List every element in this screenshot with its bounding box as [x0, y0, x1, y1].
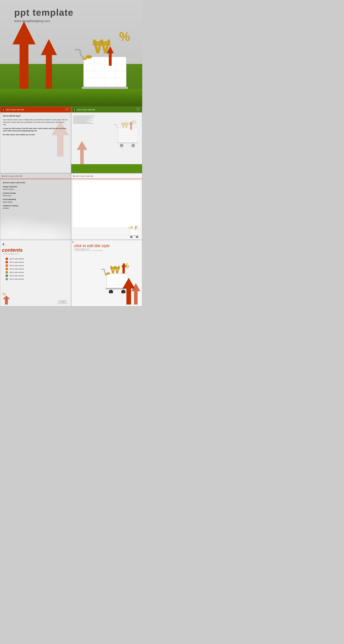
slide-1: ppt template www.daogebangong.com ₩ % [0, 0, 142, 106]
bullet-2: 2 [6, 261, 8, 264]
slide7-number: 7 [72, 241, 73, 244]
slide7-copyright: copyright(c)2008 pptkorea co.,ltd & desi… [74, 250, 139, 251]
slide4-item2-sub: clarity & impact [3, 188, 68, 190]
item-4-text: click to add contents [10, 268, 24, 270]
slide2-title[interactable]: click to type slide title [6, 108, 24, 111]
slide4-number: 4 [2, 175, 3, 178]
ground [0, 89, 142, 106]
slide3-text-mock [73, 116, 96, 124]
item-3-text: click to add contents [10, 265, 24, 266]
slide5-content-area [73, 181, 140, 227]
svg-point-48 [109, 290, 113, 293]
svg-point-54 [105, 274, 108, 275]
bullet-3: 3 [6, 264, 8, 267]
slide4-title[interactable]: click to type slide title [4, 175, 22, 177]
svg-point-19 [82, 57, 87, 60]
slide7-arrows [123, 278, 140, 304]
slide6-logo-sub: company logotype insert [57, 303, 68, 304]
list-item[interactable]: 4 click to add contents [6, 268, 68, 270]
item-5-text: click to add contents [10, 272, 24, 273]
slide2-heading: how to edit the logo? [3, 114, 68, 117]
shopping-cart-hero: ₩ % [69, 18, 137, 100]
slide2-icon: 🛒 [65, 107, 70, 112]
svg-rect-33 [130, 229, 139, 235]
list-item[interactable]: 3 click to add contents [6, 264, 68, 267]
bullet-5: 5 [6, 271, 8, 274]
slide6-header: 6 [0, 240, 71, 246]
svg-marker-1 [41, 39, 57, 89]
list-item[interactable]: 7 click to add contents [6, 278, 68, 280]
svg-marker-41 [3, 296, 10, 304]
item-7-text: click to add contents [10, 278, 24, 280]
svg-point-29 [131, 144, 135, 147]
list-item[interactable]: 5 click to add contents [6, 271, 68, 274]
slide7-company: company logotype insert [74, 248, 139, 250]
arrow-left-small [41, 39, 57, 89]
slide4-item3-sub: subtle touch [3, 194, 68, 197]
svg-point-37 [136, 236, 138, 238]
svg-point-36 [130, 236, 133, 238]
list-item[interactable]: 2 click to add contents [6, 261, 68, 264]
svg-text:₩: ₩ [93, 37, 110, 57]
bullet-1: 1 [6, 258, 8, 260]
svg-rect-27 [117, 142, 139, 143]
slide7-header: click to edit title style company logoty… [71, 240, 142, 252]
svg-rect-35 [129, 235, 139, 236]
slide3-title[interactable]: click to type slide title [77, 108, 95, 111]
slide5-header: 5 click to type slide title [71, 174, 142, 179]
slide1-title: ppt template [14, 7, 73, 18]
svg-text:₩: ₩ [110, 264, 120, 276]
slide-7: 7 click to edit title style company logo… [71, 240, 142, 306]
slide-2: 2 click to type slide title 🛒 how to edi… [0, 106, 71, 173]
slide3-cart: ₩ % [113, 114, 141, 150]
arrow-left-big [13, 21, 36, 89]
slide6-number: 6 [2, 243, 5, 246]
svg-marker-20 [51, 121, 69, 156]
slide3-ground [71, 164, 142, 173]
list-item[interactable]: 1 click to add contents [6, 258, 68, 260]
slide7-edit-title[interactable]: click to edit title style [74, 244, 139, 248]
svg-rect-10 [82, 87, 128, 89]
slide4-item5-sub: 3d effect [3, 207, 68, 210]
slide3-number: 3 [73, 108, 76, 111]
slide4-item2-title: design inspiration [3, 185, 68, 188]
slide4-item1: pictures speak 1,000 words! [3, 181, 68, 184]
bullet-7: 7 [6, 278, 8, 280]
slide4-item4-sub: stylish design [3, 201, 68, 203]
slide5-cart-watermark: ₩ % [128, 224, 140, 238]
slide5-title[interactable]: click to type slide title [75, 175, 93, 177]
svg-marker-0 [13, 21, 36, 89]
item-6-text: click to add contents [10, 275, 24, 276]
item-2-text: click to add contents [10, 261, 24, 263]
svg-text:₩: ₩ [130, 226, 133, 229]
slide6-contents-list: 1 click to add contents 2 click to add c… [0, 256, 71, 283]
slide6-logo-area: 'LOGO' company logotype insert [57, 300, 68, 304]
list-item[interactable]: 6 click to add contents [6, 274, 68, 277]
slide4-header: 4 click to type slide title [0, 174, 71, 179]
slide4-content: pictures speak 1,000 words! design inspi… [0, 179, 71, 213]
slide-3: 3 click to type slide title 🛒 [71, 106, 142, 173]
svg-text:₩: ₩ [121, 121, 129, 129]
slide4-item5-title: simplicity & beauty [3, 204, 68, 207]
bullet-4: 4 [6, 268, 8, 270]
svg-text:%: % [119, 30, 130, 44]
slide6-title-area: contents company logotype insert [0, 246, 71, 256]
svg-text:%: % [132, 119, 137, 125]
slide-5: 5 click to type slide title ₩ % [71, 173, 142, 240]
slide6-contents-title: contents [2, 247, 69, 253]
slide6-company: company logotype insert [4, 253, 69, 254]
bullet-6: 6 [6, 274, 8, 277]
item-1-text: click to add contents [10, 258, 24, 260]
slide2-bg-arrow [51, 121, 69, 156]
slide4-item4-title: visual appealing [3, 198, 68, 200]
slide-4: 4 click to type slide title pictures spe… [0, 173, 71, 240]
slide6-arrow-decor [3, 296, 10, 304]
slide4-item3-title: premium design [3, 192, 68, 194]
slide5-number: 5 [73, 175, 74, 178]
svg-marker-21 [77, 141, 87, 168]
slide3-icon: 🛒 [136, 107, 141, 112]
slide2-header: 2 click to type slide title 🛒 [0, 107, 71, 112]
slide-6: 6 contents company logotype insert 1 cli… [0, 240, 71, 306]
slide6-logo: 'LOGO' [58, 300, 67, 303]
svg-point-28 [120, 144, 123, 147]
